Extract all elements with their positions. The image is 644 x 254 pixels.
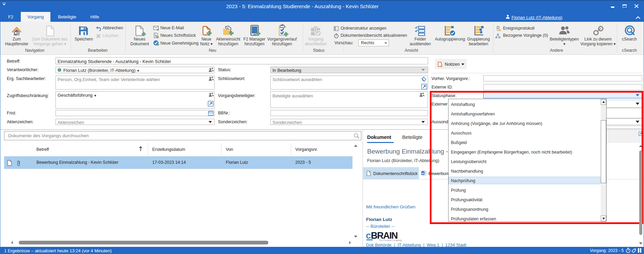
svg-text:7: 7 [210, 113, 211, 115]
svg-text:W: W [422, 172, 424, 175]
